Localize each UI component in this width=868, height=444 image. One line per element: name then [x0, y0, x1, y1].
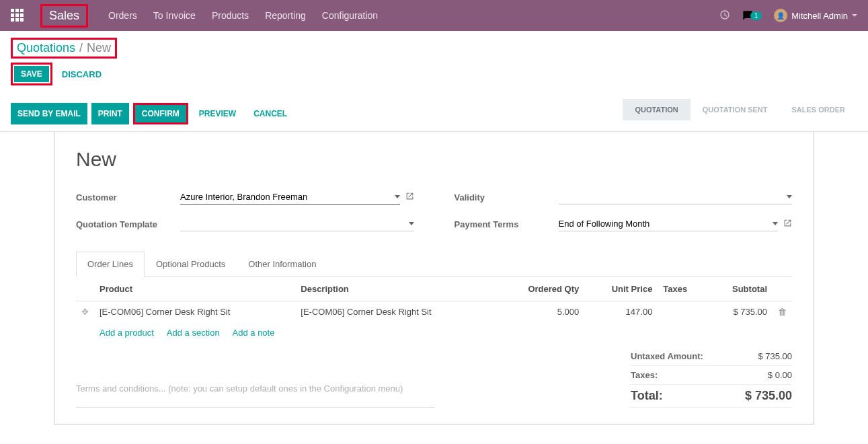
action-buttons: SEND BY EMAIL PRINT CONFIRM PREVIEW CANC… [11, 99, 294, 131]
breadcrumb-root[interactable]: Quotations [17, 41, 75, 55]
line-subtotal: $ 735.00 [707, 301, 773, 323]
drag-handle-icon[interactable]: ✥ [76, 301, 94, 323]
payment-terms-field[interactable] [559, 217, 779, 231]
col-description: Description [295, 277, 496, 301]
avatar: 👤 [774, 9, 787, 22]
dropdown-icon[interactable] [395, 195, 400, 198]
line-price[interactable]: 147.00 [584, 301, 658, 323]
breadcrumb-sep: / [79, 41, 83, 55]
add-note-link[interactable]: Add a note [233, 328, 275, 338]
col-taxes: Taxes [658, 277, 707, 301]
line-taxes[interactable] [658, 301, 707, 323]
total-value: $ 735.00 [745, 389, 792, 403]
status-quotation[interactable]: QUOTATION [623, 99, 690, 120]
chevron-down-icon [852, 14, 857, 17]
customer-field[interactable] [180, 190, 400, 205]
tab-optional-products[interactable]: Optional Products [145, 252, 237, 276]
total-label: Total: [631, 389, 663, 403]
payment-terms-input[interactable] [559, 219, 773, 229]
user-name: Mitchell Admin [791, 11, 848, 21]
user-menu[interactable]: 👤 Mitchell Admin [774, 9, 857, 22]
message-count-badge: 1 [750, 11, 762, 20]
delete-row-icon[interactable]: 🗑 [773, 301, 792, 323]
line-qty[interactable]: 5.000 [497, 301, 585, 323]
template-field[interactable] [180, 217, 414, 231]
breadcrumb: Quotations / New [11, 38, 117, 59]
untaxed-label: Untaxed Amount: [631, 351, 703, 361]
dropdown-icon[interactable] [409, 222, 414, 225]
status-steps: QUOTATION QUOTATION SENT SALES ORDER [623, 99, 857, 120]
save-button[interactable]: SAVE [14, 66, 49, 82]
payment-terms-label: Payment Terms [455, 219, 559, 229]
table-row[interactable]: ✥ [E-COM06] Corner Desk Right Sit [E-COM… [76, 301, 792, 323]
nav-orders[interactable]: Orders [108, 10, 137, 21]
tab-order-lines[interactable]: Order Lines [76, 252, 145, 277]
nav-products[interactable]: Products [212, 10, 249, 21]
confirm-button[interactable]: CONFIRM [135, 105, 186, 122]
order-lines-table: Product Description Ordered Qty Unit Pri… [76, 277, 792, 343]
terms-placeholder[interactable]: Terms and conditions... (note: you can s… [76, 383, 434, 408]
col-product: Product [94, 277, 295, 301]
line-description[interactable]: [E-COM06] Corner Desk Right Sit [295, 301, 496, 323]
validity-label: Validity [455, 192, 559, 202]
col-qty: Ordered Qty [497, 277, 585, 301]
taxes-value: $ 0.00 [768, 370, 792, 380]
col-subtotal: Subtotal [707, 277, 773, 301]
status-quotation-sent[interactable]: QUOTATION SENT [691, 99, 780, 120]
validity-field[interactable] [559, 190, 793, 205]
validity-input[interactable] [559, 192, 787, 202]
record-title: New [76, 148, 792, 171]
add-product-link[interactable]: Add a product [100, 328, 154, 338]
nav-to-invoice[interactable]: To Invoice [153, 10, 196, 21]
apps-icon[interactable] [11, 9, 24, 22]
col-price: Unit Price [584, 277, 658, 301]
dropdown-icon[interactable] [773, 222, 778, 225]
template-label: Quotation Template [76, 219, 180, 229]
untaxed-value: $ 735.00 [758, 351, 792, 361]
external-link-icon[interactable] [405, 192, 414, 202]
breadcrumb-current: New [87, 41, 111, 55]
external-link-icon[interactable] [783, 219, 792, 229]
discard-button[interactable]: DISCARD [62, 69, 102, 79]
brand-name[interactable]: Sales [40, 4, 88, 28]
nav-reporting[interactable]: Reporting [265, 10, 306, 21]
nav-configuration[interactable]: Configuration [322, 10, 378, 21]
statusbar: SEND BY EMAIL PRINT CONFIRM PREVIEW CANC… [0, 99, 868, 132]
top-navbar: Sales Orders To Invoice Products Reporti… [0, 0, 868, 31]
control-bar: Quotations / New SAVE DISCARD [0, 31, 868, 89]
print-button[interactable]: PRINT [91, 103, 129, 124]
preview-button[interactable]: PREVIEW [192, 103, 243, 124]
dropdown-icon[interactable] [787, 195, 792, 198]
status-sales-order[interactable]: SALES ORDER [780, 99, 857, 120]
customer-input[interactable] [180, 192, 395, 202]
nav-menu: Orders To Invoice Products Reporting Con… [108, 10, 378, 21]
notebook-tabs: Order Lines Optional Products Other Info… [76, 252, 792, 277]
customer-label: Customer [76, 192, 180, 202]
activity-icon[interactable] [719, 9, 730, 22]
nav-right: 1 👤 Mitchell Admin [719, 9, 857, 22]
line-product[interactable]: [E-COM06] Corner Desk Right Sit [94, 301, 295, 323]
form-sheet: New Customer Validity Quotation Template [54, 132, 814, 424]
totals: Untaxed Amount: $ 735.00 Taxes: $ 0.00 T… [631, 347, 792, 408]
taxes-label: Taxes: [631, 370, 658, 380]
template-input[interactable] [180, 219, 409, 229]
cancel-button[interactable]: CANCEL [247, 103, 294, 124]
messaging-icon[interactable]: 1 [742, 10, 762, 21]
add-section-link[interactable]: Add a section [167, 328, 220, 338]
send-email-button[interactable]: SEND BY EMAIL [11, 103, 87, 124]
tab-other-information[interactable]: Other Information [237, 252, 327, 276]
